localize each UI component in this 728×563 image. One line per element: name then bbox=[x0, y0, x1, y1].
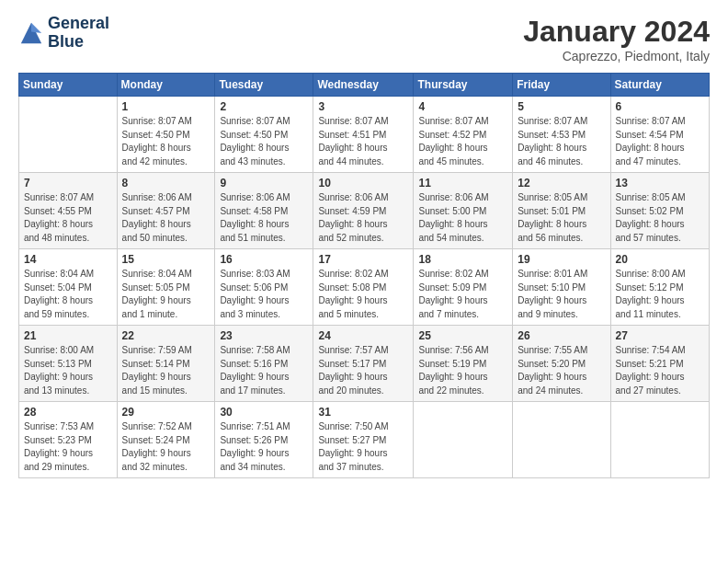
day-info: Sunrise: 7:56 AMSunset: 5:19 PMDaylight:… bbox=[418, 344, 507, 397]
header-saturday: Saturday bbox=[610, 74, 709, 97]
day-number: 11 bbox=[418, 177, 507, 190]
day-info: Sunrise: 8:07 AMSunset: 4:50 PMDaylight:… bbox=[122, 115, 210, 168]
calendar-cell bbox=[414, 402, 513, 478]
day-number: 10 bbox=[318, 177, 408, 190]
day-info: Sunrise: 7:51 AMSunset: 5:26 PMDaylight:… bbox=[220, 420, 308, 474]
day-number: 26 bbox=[518, 329, 605, 342]
day-number: 24 bbox=[318, 329, 408, 342]
calendar-cell: 27Sunrise: 7:54 AMSunset: 5:21 PMDayligh… bbox=[610, 326, 709, 402]
week-row-4: 28Sunrise: 7:53 AMSunset: 5:23 PMDayligh… bbox=[19, 402, 710, 478]
day-number: 5 bbox=[518, 100, 605, 113]
calendar-cell: 24Sunrise: 7:57 AMSunset: 5:17 PMDayligh… bbox=[313, 326, 414, 402]
calendar-cell: 13Sunrise: 8:05 AMSunset: 5:02 PMDayligh… bbox=[610, 173, 709, 249]
day-info: Sunrise: 8:07 AMSunset: 4:50 PMDaylight:… bbox=[220, 115, 308, 168]
page: General Blue January 2024 Caprezzo, Pied… bbox=[0, 0, 728, 563]
calendar-cell: 6Sunrise: 8:07 AMSunset: 4:54 PMDaylight… bbox=[610, 97, 709, 173]
header-monday: Monday bbox=[117, 74, 215, 97]
day-info: Sunrise: 8:06 AMSunset: 4:58 PMDaylight:… bbox=[220, 191, 308, 245]
calendar-cell: 17Sunrise: 8:02 AMSunset: 5:08 PMDayligh… bbox=[313, 249, 414, 326]
calendar-cell: 14Sunrise: 8:04 AMSunset: 5:04 PMDayligh… bbox=[19, 249, 118, 326]
header-wednesday: Wednesday bbox=[313, 74, 414, 97]
day-info: Sunrise: 8:06 AMSunset: 4:59 PMDaylight:… bbox=[318, 191, 408, 245]
day-number: 20 bbox=[616, 253, 704, 266]
calendar-cell: 9Sunrise: 8:06 AMSunset: 4:58 PMDaylight… bbox=[215, 173, 313, 249]
day-info: Sunrise: 8:02 AMSunset: 5:08 PMDaylight:… bbox=[318, 268, 408, 321]
day-number: 28 bbox=[24, 406, 112, 419]
day-info: Sunrise: 8:00 AMSunset: 5:12 PMDaylight:… bbox=[616, 268, 704, 321]
day-info: Sunrise: 8:04 AMSunset: 5:05 PMDaylight:… bbox=[122, 268, 210, 321]
day-info: Sunrise: 8:07 AMSunset: 4:53 PMDaylight:… bbox=[518, 115, 605, 168]
month-title: January 2024 bbox=[523, 15, 710, 49]
calendar-cell: 23Sunrise: 7:58 AMSunset: 5:16 PMDayligh… bbox=[215, 326, 313, 402]
week-row-1: 7Sunrise: 8:07 AMSunset: 4:55 PMDaylight… bbox=[19, 173, 710, 249]
calendar-cell: 21Sunrise: 8:00 AMSunset: 5:13 PMDayligh… bbox=[19, 326, 118, 402]
calendar-cell: 12Sunrise: 8:05 AMSunset: 5:01 PMDayligh… bbox=[513, 173, 610, 249]
calendar-cell: 30Sunrise: 7:51 AMSunset: 5:26 PMDayligh… bbox=[215, 402, 313, 478]
day-info: Sunrise: 8:07 AMSunset: 4:54 PMDaylight:… bbox=[616, 115, 704, 168]
day-info: Sunrise: 7:59 AMSunset: 5:14 PMDaylight:… bbox=[122, 344, 210, 397]
calendar-cell bbox=[610, 402, 709, 478]
day-number: 2 bbox=[220, 100, 308, 113]
calendar-cell: 16Sunrise: 8:03 AMSunset: 5:06 PMDayligh… bbox=[215, 249, 313, 326]
calendar-cell bbox=[513, 402, 610, 478]
day-info: Sunrise: 7:55 AMSunset: 5:20 PMDaylight:… bbox=[518, 344, 605, 397]
day-number: 31 bbox=[318, 406, 408, 419]
calendar-cell: 28Sunrise: 7:53 AMSunset: 5:23 PMDayligh… bbox=[19, 402, 118, 478]
day-number: 16 bbox=[220, 253, 308, 266]
logo-line1: General bbox=[48, 15, 109, 33]
day-info: Sunrise: 8:07 AMSunset: 4:51 PMDaylight:… bbox=[318, 115, 408, 168]
calendar-cell: 26Sunrise: 7:55 AMSunset: 5:20 PMDayligh… bbox=[513, 326, 610, 402]
day-number: 18 bbox=[418, 253, 507, 266]
day-info: Sunrise: 8:03 AMSunset: 5:06 PMDaylight:… bbox=[220, 268, 308, 321]
day-info: Sunrise: 8:07 AMSunset: 4:52 PMDaylight:… bbox=[418, 115, 507, 168]
day-number: 3 bbox=[318, 100, 408, 113]
day-info: Sunrise: 7:57 AMSunset: 5:17 PMDaylight:… bbox=[318, 344, 408, 397]
day-info: Sunrise: 7:54 AMSunset: 5:21 PMDaylight:… bbox=[616, 344, 704, 397]
logo-line2: Blue bbox=[48, 33, 109, 52]
day-number: 30 bbox=[220, 406, 308, 419]
day-number: 4 bbox=[418, 100, 507, 113]
calendar-cell: 29Sunrise: 7:52 AMSunset: 5:24 PMDayligh… bbox=[117, 402, 215, 478]
day-info: Sunrise: 7:52 AMSunset: 5:24 PMDaylight:… bbox=[122, 420, 210, 474]
calendar-cell: 15Sunrise: 8:04 AMSunset: 5:05 PMDayligh… bbox=[117, 249, 215, 326]
day-info: Sunrise: 7:50 AMSunset: 5:27 PMDaylight:… bbox=[318, 420, 408, 474]
calendar-cell: 7Sunrise: 8:07 AMSunset: 4:55 PMDaylight… bbox=[19, 173, 118, 249]
calendar-cell: 22Sunrise: 7:59 AMSunset: 5:14 PMDayligh… bbox=[117, 326, 215, 402]
calendar-cell: 31Sunrise: 7:50 AMSunset: 5:27 PMDayligh… bbox=[313, 402, 414, 478]
calendar-cell bbox=[19, 97, 118, 173]
calendar-header-row: SundayMondayTuesdayWednesdayThursdayFrid… bbox=[19, 74, 710, 97]
day-number: 19 bbox=[518, 253, 605, 266]
calendar-cell: 1Sunrise: 8:07 AMSunset: 4:50 PMDaylight… bbox=[117, 97, 215, 173]
day-number: 27 bbox=[616, 329, 704, 342]
day-number: 1 bbox=[122, 100, 210, 113]
day-info: Sunrise: 7:53 AMSunset: 5:23 PMDaylight:… bbox=[24, 420, 112, 474]
day-number: 23 bbox=[220, 329, 308, 342]
day-number: 8 bbox=[122, 177, 210, 190]
day-number: 13 bbox=[616, 177, 704, 190]
header-sunday: Sunday bbox=[19, 74, 118, 97]
day-info: Sunrise: 8:05 AMSunset: 5:01 PMDaylight:… bbox=[518, 191, 605, 245]
day-number: 14 bbox=[24, 253, 112, 266]
day-info: Sunrise: 7:58 AMSunset: 5:16 PMDaylight:… bbox=[220, 344, 308, 397]
day-number: 7 bbox=[24, 177, 112, 190]
calendar-cell: 25Sunrise: 7:56 AMSunset: 5:19 PMDayligh… bbox=[414, 326, 513, 402]
day-number: 29 bbox=[122, 406, 210, 419]
logo-text: General Blue bbox=[48, 15, 109, 52]
day-info: Sunrise: 8:02 AMSunset: 5:09 PMDaylight:… bbox=[418, 268, 507, 321]
logo-icon bbox=[18, 20, 44, 46]
day-info: Sunrise: 8:00 AMSunset: 5:13 PMDaylight:… bbox=[24, 344, 112, 397]
day-number: 25 bbox=[418, 329, 507, 342]
svg-marker-1 bbox=[31, 23, 41, 33]
calendar-cell: 10Sunrise: 8:06 AMSunset: 4:59 PMDayligh… bbox=[313, 173, 414, 249]
calendar-cell: 18Sunrise: 8:02 AMSunset: 5:09 PMDayligh… bbox=[414, 249, 513, 326]
calendar-cell: 8Sunrise: 8:06 AMSunset: 4:57 PMDaylight… bbox=[117, 173, 215, 249]
day-info: Sunrise: 8:05 AMSunset: 5:02 PMDaylight:… bbox=[616, 191, 704, 245]
header: General Blue January 2024 Caprezzo, Pied… bbox=[18, 15, 710, 63]
calendar-cell: 4Sunrise: 8:07 AMSunset: 4:52 PMDaylight… bbox=[414, 97, 513, 173]
day-info: Sunrise: 8:01 AMSunset: 5:10 PMDaylight:… bbox=[518, 268, 605, 321]
header-friday: Friday bbox=[513, 74, 610, 97]
day-number: 17 bbox=[318, 253, 408, 266]
calendar-cell: 11Sunrise: 8:06 AMSunset: 5:00 PMDayligh… bbox=[414, 173, 513, 249]
calendar-cell: 3Sunrise: 8:07 AMSunset: 4:51 PMDaylight… bbox=[313, 97, 414, 173]
week-row-3: 21Sunrise: 8:00 AMSunset: 5:13 PMDayligh… bbox=[19, 326, 710, 402]
